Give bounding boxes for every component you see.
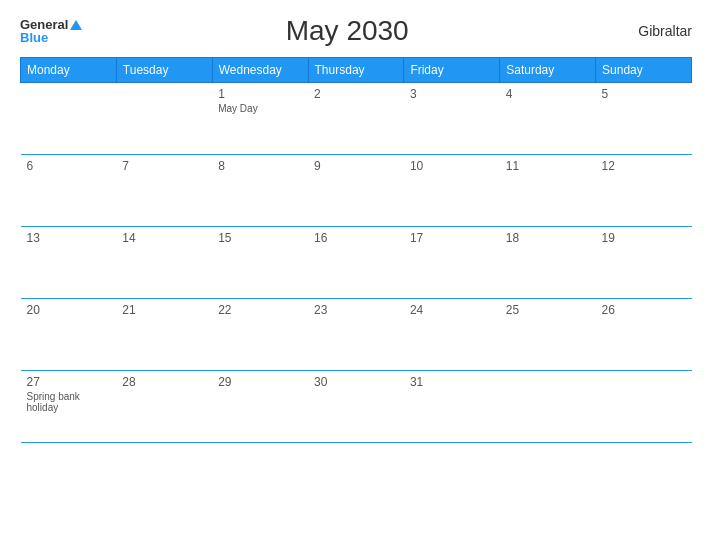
calendar-cell: 19 bbox=[596, 227, 692, 299]
calendar-week-2: 6789101112 bbox=[21, 155, 692, 227]
day-number: 1 bbox=[218, 87, 302, 101]
day-number: 18 bbox=[506, 231, 590, 245]
day-number: 22 bbox=[218, 303, 302, 317]
calendar-body: 1May Day23456789101112131415161718192021… bbox=[21, 83, 692, 443]
header: General Blue May 2030 Gibraltar bbox=[20, 15, 692, 47]
page: General Blue May 2030 Gibraltar Monday T… bbox=[0, 0, 712, 550]
col-thursday: Thursday bbox=[308, 58, 404, 83]
calendar-cell: 23 bbox=[308, 299, 404, 371]
day-number: 16 bbox=[314, 231, 398, 245]
day-number: 15 bbox=[218, 231, 302, 245]
day-number: 20 bbox=[27, 303, 111, 317]
calendar-cell: 22 bbox=[212, 299, 308, 371]
day-number: 31 bbox=[410, 375, 494, 389]
calendar-cell: 24 bbox=[404, 299, 500, 371]
day-number: 30 bbox=[314, 375, 398, 389]
calendar-cell: 7 bbox=[116, 155, 212, 227]
day-number: 26 bbox=[602, 303, 686, 317]
day-number: 17 bbox=[410, 231, 494, 245]
col-tuesday: Tuesday bbox=[116, 58, 212, 83]
calendar-cell bbox=[500, 371, 596, 443]
col-friday: Friday bbox=[404, 58, 500, 83]
col-sunday: Sunday bbox=[596, 58, 692, 83]
calendar-cell: 9 bbox=[308, 155, 404, 227]
day-number: 13 bbox=[27, 231, 111, 245]
col-saturday: Saturday bbox=[500, 58, 596, 83]
day-number: 24 bbox=[410, 303, 494, 317]
calendar-cell: 10 bbox=[404, 155, 500, 227]
calendar-cell: 12 bbox=[596, 155, 692, 227]
calendar-cell: 3 bbox=[404, 83, 500, 155]
day-number: 12 bbox=[602, 159, 686, 173]
holiday-label: May Day bbox=[218, 103, 302, 114]
calendar-cell: 11 bbox=[500, 155, 596, 227]
calendar-cell bbox=[596, 371, 692, 443]
calendar-cell: 21 bbox=[116, 299, 212, 371]
day-number: 5 bbox=[602, 87, 686, 101]
calendar-cell: 2 bbox=[308, 83, 404, 155]
calendar-cell: 16 bbox=[308, 227, 404, 299]
month-title: May 2030 bbox=[82, 15, 612, 47]
day-number: 8 bbox=[218, 159, 302, 173]
day-number: 7 bbox=[122, 159, 206, 173]
calendar-cell: 28 bbox=[116, 371, 212, 443]
day-number: 3 bbox=[410, 87, 494, 101]
region-label: Gibraltar bbox=[612, 23, 692, 39]
calendar-table: Monday Tuesday Wednesday Thursday Friday… bbox=[20, 57, 692, 443]
calendar-week-3: 13141516171819 bbox=[21, 227, 692, 299]
day-number: 29 bbox=[218, 375, 302, 389]
calendar-cell: 5 bbox=[596, 83, 692, 155]
logo-blue-text: Blue bbox=[20, 31, 48, 44]
day-number: 9 bbox=[314, 159, 398, 173]
days-of-week-row: Monday Tuesday Wednesday Thursday Friday… bbox=[21, 58, 692, 83]
calendar-cell: 30 bbox=[308, 371, 404, 443]
day-number: 4 bbox=[506, 87, 590, 101]
calendar-header: Monday Tuesday Wednesday Thursday Friday… bbox=[21, 58, 692, 83]
calendar-cell bbox=[116, 83, 212, 155]
calendar-cell: 20 bbox=[21, 299, 117, 371]
calendar-week-5: 27Spring bank holiday28293031 bbox=[21, 371, 692, 443]
calendar-cell: 31 bbox=[404, 371, 500, 443]
calendar-cell: 13 bbox=[21, 227, 117, 299]
calendar-cell bbox=[21, 83, 117, 155]
day-number: 25 bbox=[506, 303, 590, 317]
calendar-cell: 6 bbox=[21, 155, 117, 227]
calendar-cell: 25 bbox=[500, 299, 596, 371]
day-number: 11 bbox=[506, 159, 590, 173]
calendar-cell: 14 bbox=[116, 227, 212, 299]
day-number: 28 bbox=[122, 375, 206, 389]
holiday-label: Spring bank holiday bbox=[27, 391, 111, 413]
logo-triangle-icon bbox=[70, 20, 82, 30]
calendar-cell: 27Spring bank holiday bbox=[21, 371, 117, 443]
day-number: 14 bbox=[122, 231, 206, 245]
calendar-cell: 17 bbox=[404, 227, 500, 299]
day-number: 2 bbox=[314, 87, 398, 101]
col-wednesday: Wednesday bbox=[212, 58, 308, 83]
col-monday: Monday bbox=[21, 58, 117, 83]
calendar-cell: 1May Day bbox=[212, 83, 308, 155]
day-number: 23 bbox=[314, 303, 398, 317]
calendar-week-4: 20212223242526 bbox=[21, 299, 692, 371]
calendar-cell: 8 bbox=[212, 155, 308, 227]
calendar-cell: 18 bbox=[500, 227, 596, 299]
calendar-cell: 29 bbox=[212, 371, 308, 443]
day-number: 21 bbox=[122, 303, 206, 317]
calendar-cell: 26 bbox=[596, 299, 692, 371]
calendar-cell: 4 bbox=[500, 83, 596, 155]
calendar-week-1: 1May Day2345 bbox=[21, 83, 692, 155]
logo: General Blue bbox=[20, 18, 82, 44]
day-number: 19 bbox=[602, 231, 686, 245]
day-number: 10 bbox=[410, 159, 494, 173]
day-number: 27 bbox=[27, 375, 111, 389]
calendar-cell: 15 bbox=[212, 227, 308, 299]
day-number: 6 bbox=[27, 159, 111, 173]
